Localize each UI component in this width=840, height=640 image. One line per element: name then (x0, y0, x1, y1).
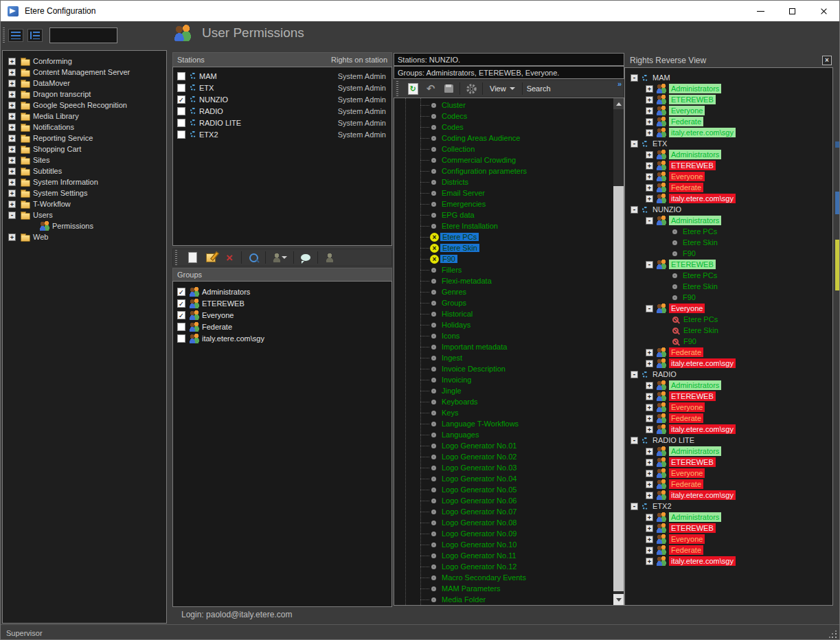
permission-item-row[interactable]: Logo Generator No.01 (394, 440, 613, 451)
toolbar-grip[interactable] (396, 81, 398, 96)
permission-state-icon[interactable] (431, 125, 436, 130)
expander-icon[interactable] (646, 536, 653, 543)
rights-tree-row[interactable]: ETX2 (625, 501, 832, 512)
expander-icon[interactable] (646, 217, 653, 225)
expander-icon[interactable] (646, 404, 653, 411)
expander-icon[interactable] (646, 525, 653, 532)
permission-state-icon[interactable] (431, 202, 436, 207)
permission-item-row[interactable]: Logo Generator No.12 (394, 561, 613, 572)
station-checkbox[interactable] (177, 95, 185, 104)
permission-item-row[interactable]: Configuration parameters (394, 165, 613, 176)
permission-state-icon[interactable] (431, 334, 436, 339)
rights-tree-row[interactable]: Everyone (625, 402, 832, 413)
expander-icon[interactable] (646, 360, 653, 367)
group-checkbox[interactable] (177, 334, 185, 343)
rights-tree-row[interactable]: RADIO (625, 369, 832, 380)
permission-state-icon[interactable] (431, 499, 436, 503)
expander-icon[interactable] (8, 190, 16, 197)
user-menu-icon[interactable] (271, 251, 288, 264)
expander-icon[interactable] (646, 305, 653, 312)
permission-item-row[interactable]: Language T-Workflows (394, 418, 613, 429)
rights-tree-row[interactable]: italy.etere.com\sgy (625, 358, 832, 369)
nav-tree-item[interactable]: Notifications (7, 122, 166, 133)
permission-item-row[interactable]: Macro Secondary Events (394, 572, 613, 583)
permission-state-icon[interactable] (431, 488, 436, 492)
permission-item-row[interactable]: Logo Generator No.07 (394, 506, 613, 517)
expander-icon[interactable] (8, 69, 16, 76)
station-checkbox[interactable] (177, 119, 185, 127)
expander-icon[interactable] (646, 107, 653, 115)
permission-item-row[interactable]: Logo Generator No.05 (394, 484, 613, 495)
rights-tree-row[interactable]: Etere Skin (625, 281, 832, 292)
refresh-icon[interactable] (406, 82, 420, 95)
find-user-icon[interactable] (247, 251, 260, 264)
expander-icon[interactable] (646, 195, 653, 203)
permission-item-row[interactable]: Fillers (394, 264, 613, 275)
nav-tree-item[interactable]: Subtitles (7, 165, 166, 176)
gear-icon[interactable] (464, 82, 478, 95)
group-checkbox[interactable] (177, 288, 185, 296)
permission-item-row[interactable]: Codecs (394, 111, 613, 122)
station-row[interactable]: RADIO System Admin (173, 105, 391, 117)
permission-state-icon[interactable] (431, 521, 436, 525)
expander-icon[interactable] (646, 184, 653, 192)
permission-item-row[interactable]: Logo Generator No.06 (394, 495, 613, 506)
rights-tree-row[interactable]: italy.etere.com\sgy (625, 127, 832, 138)
expander-icon[interactable] (646, 382, 653, 389)
expander-icon[interactable] (8, 102, 16, 109)
expander-icon[interactable] (646, 514, 653, 521)
station-row[interactable]: NUNZIO System Admin (173, 93, 391, 105)
expander-icon[interactable] (8, 233, 16, 241)
permission-state-icon[interactable] (431, 411, 436, 415)
delete-group-icon[interactable] (223, 251, 236, 264)
toolbar-grip[interactable] (3, 27, 5, 43)
permission-item-row[interactable]: Media Folder (394, 594, 613, 605)
station-row[interactable]: RADIO LITE System Admin (173, 117, 391, 128)
nav-tree-item[interactable]: Reporting Service (7, 133, 166, 144)
rights-tree-row[interactable]: Etere PCs (625, 270, 832, 281)
permission-item-row[interactable]: Logo Generator No.08 (394, 517, 613, 528)
rights-tree-row[interactable]: F90 (625, 248, 832, 259)
rights-tree-row[interactable]: F90 (625, 292, 832, 303)
permission-state-icon[interactable] (431, 158, 436, 163)
expander-icon[interactable] (646, 173, 653, 181)
expander-icon[interactable] (8, 124, 16, 131)
permission-state-icon[interactable] (431, 510, 436, 514)
permission-state-icon[interactable] (430, 244, 439, 253)
rights-tree-row[interactable]: Everyone (625, 534, 832, 545)
nav-tree-item[interactable]: Conforming (7, 56, 166, 67)
permission-item-row[interactable]: Invoicing (394, 374, 613, 385)
permission-state-icon[interactable] (431, 378, 436, 382)
permission-item-row[interactable]: MAM Parameters (394, 583, 613, 594)
expander-icon[interactable] (646, 558, 653, 565)
toolbar-overflow-icon[interactable]: » (617, 80, 622, 87)
expander-icon[interactable] (631, 140, 638, 148)
group-row[interactable]: italy.etere.com\sgy (173, 332, 391, 344)
rights-tree-row[interactable]: ETX (625, 138, 832, 149)
maximize-button[interactable] (776, 1, 808, 21)
permission-item-row[interactable]: F90 (394, 253, 613, 264)
permission-item-row[interactable]: Important metadata (394, 341, 613, 352)
expander-icon[interactable] (646, 85, 653, 93)
group-checkbox[interactable] (177, 311, 185, 319)
rights-tree-row[interactable]: Administrators (625, 512, 832, 523)
resize-grip[interactable] (829, 630, 837, 639)
nav-tree-item[interactable]: Google Speech Recognition (7, 100, 166, 111)
comment-icon[interactable] (299, 251, 313, 264)
rights-tree-row[interactable]: ETEREWEB (625, 160, 832, 171)
rights-tree-row[interactable]: Etere PCs (625, 226, 832, 237)
expander-icon[interactable] (8, 113, 16, 120)
group-row[interactable]: Everyone (173, 309, 391, 321)
expander-icon[interactable] (8, 168, 16, 175)
permission-state-icon[interactable] (431, 224, 436, 229)
rights-tree-row[interactable]: Federate (625, 182, 832, 193)
rights-tree-row[interactable]: NUNZIO (625, 204, 832, 215)
expander-icon[interactable] (631, 437, 638, 444)
permission-state-icon[interactable] (431, 444, 436, 448)
rights-tree-row[interactable]: italy.etere.com\sgy (625, 490, 832, 501)
permission-state-icon[interactable] (431, 553, 436, 558)
expander-icon[interactable] (646, 118, 653, 126)
rights-tree-row[interactable]: F90 (625, 336, 832, 347)
expander-icon[interactable] (646, 261, 653, 268)
permission-state-icon[interactable] (431, 466, 436, 470)
